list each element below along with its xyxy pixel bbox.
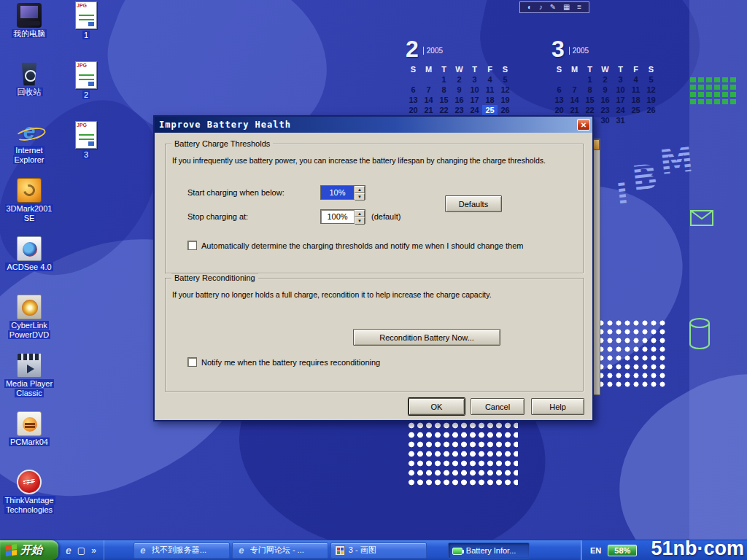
spin-up-icon[interactable]: ▲: [355, 210, 365, 217]
month-year: 2005: [423, 47, 443, 55]
jpg-file-icon: JPG: [75, 121, 97, 149]
calendar-day: 11: [628, 85, 643, 95]
desktop-icon-jpg-1[interactable]: JPG1: [67, 1, 105, 61]
icon-label: PCMark04: [9, 438, 50, 447]
svg-text:M: M: [658, 139, 695, 182]
spin-up-icon[interactable]: ▲: [355, 186, 365, 193]
desktop-icon-my-computer[interactable]: 我的电脑: [3, 3, 55, 61]
display-icon[interactable]: ◐: [527, 4, 532, 11]
stop-threshold-value[interactable]: 100%: [321, 210, 354, 223]
auto-determine-checkbox[interactable]: [187, 241, 197, 250]
calendar-day: 19: [643, 95, 659, 105]
acdsee-icon: [17, 236, 42, 261]
desktop-icon-acdsee[interactable]: ACDSee 4.0: [3, 236, 55, 295]
calendar-day: 15: [436, 95, 452, 105]
start-label: 开始: [20, 543, 42, 557]
grid-icon[interactable]: ▦: [563, 4, 570, 11]
calendar-day: 9: [452, 85, 467, 95]
desktop-icon-thinkvantage[interactable]: ThinkVantage Technologies: [3, 470, 55, 528]
task-label: 找不到服务器...: [152, 545, 206, 556]
icon-label: 3DMark2001 SE: [3, 204, 55, 223]
calendar-day: 15: [582, 95, 597, 105]
watermark: 51nb·com: [651, 537, 744, 560]
icon-label: CyberLink PowerDVD: [3, 321, 55, 340]
pen-icon[interactable]: ✎: [550, 4, 556, 11]
calendar-day: 16: [597, 95, 613, 105]
calendar-day: 23: [452, 105, 467, 115]
auto-determine-checkbox-row[interactable]: Automatically determine the charging thr…: [187, 241, 523, 250]
day-header: T: [582, 64, 597, 74]
defaults-button[interactable]: Defaults: [445, 195, 502, 212]
taskbar-task-2[interactable]: 专门网论坛 - ...: [232, 542, 328, 559]
paint-icon: [335, 545, 345, 556]
help-button[interactable]: Help: [531, 398, 584, 415]
spinner-arrows[interactable]: ▲▼: [354, 186, 365, 199]
desktop-widget-toolbar: ◐♪✎▦≡: [519, 1, 589, 13]
thumbnail-squiggle-icon: [79, 12, 94, 23]
chevron-icon[interactable]: »: [91, 545, 96, 556]
desktop-jpg-column: JPG1JPG2JPG3: [67, 1, 105, 181]
recondition-battery-button[interactable]: Recondition Battery Now...: [353, 329, 500, 346]
start-threshold-value[interactable]: 10%: [321, 186, 354, 199]
battery-indicator[interactable]: 58%: [608, 545, 637, 556]
pcmark-icon: [17, 411, 42, 436]
taskbar-task-3[interactable]: 3 - 画图: [330, 542, 427, 559]
calendar-day: 5: [643, 74, 659, 85]
calendar-day: 2: [597, 74, 613, 85]
powerdvd-icon: [17, 295, 42, 319]
desktop-icon-mark3d[interactable]: 3DMark2001 SE: [3, 178, 55, 236]
show-desktop-icon[interactable]: ▢: [77, 545, 85, 556]
ok-button[interactable]: OK: [409, 398, 465, 415]
calendar-day: 9: [597, 85, 613, 95]
day-header: S: [551, 64, 567, 74]
notify-reconditioning-checkbox[interactable]: [187, 357, 197, 367]
battery-icon: [452, 548, 462, 555]
taskbar-task-1[interactable]: 找不到服务器...: [133, 542, 230, 559]
desktop-icon-mpc[interactable]: Media Player Classic: [3, 353, 55, 411]
spinner-arrows[interactable]: ▲▼: [354, 210, 365, 223]
thumbnail-squiggle-icon: [79, 72, 94, 82]
desktop-icon-jpg-3[interactable]: JPG3: [67, 121, 105, 181]
calendar-day: 17: [467, 95, 482, 105]
internet-explorer-icon[interactable]: e: [66, 545, 71, 556]
calendar-day: 10: [467, 85, 482, 95]
desktop-icon-pcmark[interactable]: PCMark04: [3, 411, 55, 470]
close-button[interactable]: ✕: [577, 119, 590, 131]
desktop-icon-powerdvd[interactable]: CyberLink PowerDVD: [3, 295, 55, 353]
notify-reconditioning-checkbox-row[interactable]: Notify me when the battery requires reco…: [187, 357, 380, 367]
jpg-badge: JPG: [77, 122, 87, 128]
stop-threshold-spinner[interactable]: 100% ▲▼: [320, 209, 365, 224]
jpg-badge: JPG: [77, 3, 87, 8]
calendar-day: 3: [467, 74, 482, 85]
start-charging-label: Start charging when below:: [187, 188, 285, 197]
spin-down-icon[interactable]: ▼: [355, 193, 365, 201]
calendar-day: 1: [436, 74, 452, 85]
language-indicator[interactable]: EN: [590, 546, 601, 555]
start-button[interactable]: 开始: [0, 540, 58, 560]
ie-icon: [236, 545, 247, 556]
notes-icon[interactable]: ≡: [577, 4, 581, 11]
icon-label: 2: [82, 90, 90, 100]
icon-label: Internet Explorer: [3, 146, 55, 165]
volume-icon[interactable]: ♪: [539, 4, 543, 11]
desktop-icon-jpg-2[interactable]: JPG2: [67, 61, 105, 121]
spin-down-icon[interactable]: ▼: [355, 217, 365, 225]
icon-label: 1: [82, 31, 90, 40]
ie-icon: [138, 545, 148, 556]
desktop-icon-internet-explorer[interactable]: Internet Explorer: [3, 120, 55, 178]
calendar-day-empty: [643, 115, 659, 125]
desktop-icon-recycle-bin[interactable]: 回收站: [3, 61, 55, 120]
dialog-titlebar[interactable]: Improve Battery Health ✕: [155, 117, 592, 133]
calendar-day: 20: [406, 105, 421, 115]
calendar-day: 14: [567, 95, 582, 105]
calendar-day: 7: [567, 85, 582, 95]
quick-launch: e▢»: [58, 540, 104, 560]
day-header: M: [567, 64, 582, 74]
calendar-day: 16: [452, 95, 467, 105]
taskbar-task-4[interactable]: Battery Infor...: [448, 542, 530, 559]
cancel-button[interactable]: Cancel: [471, 398, 525, 415]
day-header: F: [482, 64, 498, 74]
start-threshold-spinner[interactable]: 10% ▲▼: [320, 185, 365, 200]
month-number: 2: [406, 38, 419, 60]
calendar-month-3: 32005SMTWTFS1234567891011121314151617181…: [551, 38, 662, 125]
